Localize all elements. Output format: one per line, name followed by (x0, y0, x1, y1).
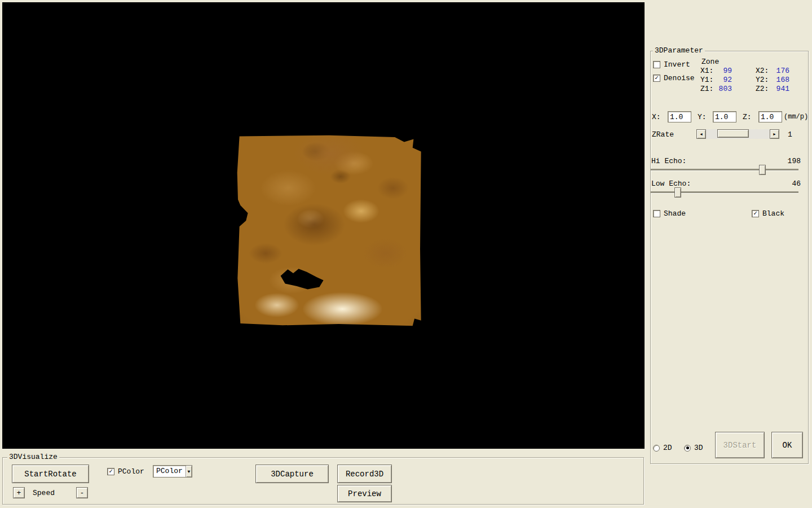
start-3d-button[interactable]: 3DStart (715, 432, 765, 458)
zrate-label: ZRate (652, 130, 674, 139)
black-checkbox-box[interactable]: ✓ (752, 210, 759, 217)
scroll-left-icon[interactable]: ◄ (696, 129, 706, 139)
zone-x2-label: X2: (756, 67, 769, 75)
render-viewport[interactable] (2, 2, 645, 449)
parameter-panel: 3DParameter Invert ✓ Denoise Zone X1: 99… (648, 0, 812, 508)
low-echo-value: 46 (775, 179, 801, 188)
speed-plus-button[interactable]: + (13, 487, 25, 498)
dropdown-arrow-icon[interactable]: ▼ (186, 466, 192, 477)
zone-title: Zone (701, 58, 719, 66)
radio-2d-circle[interactable] (653, 445, 660, 452)
start-rotate-button[interactable]: StartRotate (12, 465, 89, 483)
check-icon: ✓ (655, 75, 659, 81)
zone-y1-value: 92 (712, 76, 732, 84)
pcolor-checkbox-box[interactable]: ✓ (107, 468, 114, 475)
zone-x1-value: 99 (712, 67, 732, 75)
parameter-group-title: 3DParameter (653, 46, 705, 55)
hi-echo-slider-track[interactable] (651, 169, 798, 170)
pcolor-checkbox-label: PColor (118, 467, 144, 476)
zone-z2-value: 941 (768, 85, 789, 93)
shade-checkbox[interactable]: Shade (653, 209, 686, 218)
dropdown-arrow-glyph: ▼ (188, 469, 191, 474)
scale-y-field[interactable] (713, 111, 736, 122)
radio-2d-label: 2D (663, 444, 672, 452)
check-icon: ✓ (109, 468, 113, 475)
hi-echo-value: 198 (775, 157, 801, 165)
scale-x-field[interactable] (668, 111, 691, 122)
scale-x-label: X: (652, 113, 661, 121)
low-echo-slider-thumb[interactable] (674, 187, 681, 198)
pcolor-checkbox[interactable]: ✓ PColor (107, 467, 144, 476)
shade-checkbox-box[interactable] (653, 210, 660, 217)
radio-3d-label: 3D (694, 444, 703, 452)
invert-checkbox-box[interactable] (653, 61, 660, 68)
zone-z1-value: 803 (712, 85, 732, 93)
render-dark-cavity (280, 264, 325, 290)
capture-3d-button[interactable]: 3DCapture (255, 465, 329, 483)
denoise-checkbox-label: Denoise (664, 74, 695, 82)
radio-dot (686, 446, 689, 449)
pcolor-dropdown-value: PColor (153, 466, 186, 477)
zone-y2-label: Y2: (756, 76, 769, 84)
scroll-right-glyph: ► (773, 132, 776, 136)
zrate-scrollbar-track[interactable] (706, 129, 770, 139)
scale-y-label: Y: (698, 113, 707, 121)
radio-3d[interactable]: 3D (684, 444, 703, 452)
visualize-group-title: 3DVisualize (7, 453, 59, 461)
radio-2d[interactable]: 2D (653, 444, 672, 452)
zrate-value: 1 (788, 130, 792, 139)
check-icon: ✓ (753, 211, 757, 217)
radio-3d-circle[interactable] (684, 445, 691, 452)
invert-checkbox-label: Invert (664, 60, 690, 69)
ultrasound-3d-render (236, 134, 423, 326)
scroll-left-glyph: ◄ (699, 132, 703, 136)
denoise-checkbox[interactable]: ✓ Denoise (653, 74, 695, 82)
speed-minus-button[interactable]: - (76, 487, 88, 498)
zone-y2-value: 168 (768, 76, 789, 84)
low-echo-slider-track[interactable] (651, 191, 798, 193)
zrate-scrollbar-thumb[interactable] (717, 129, 749, 138)
scroll-right-icon[interactable]: ► (770, 129, 779, 139)
scale-unit-label: (mm/p) (784, 113, 808, 121)
pcolor-dropdown[interactable]: PColor ▼ (153, 465, 192, 478)
invert-checkbox[interactable]: Invert (653, 60, 690, 69)
black-checkbox-label: Black (762, 209, 784, 218)
scale-z-field[interactable] (758, 111, 782, 122)
ok-button[interactable]: OK (771, 432, 803, 458)
zone-x2-value: 176 (768, 67, 789, 75)
speed-label: Speed (33, 489, 55, 497)
low-echo-label: Low Echo: (651, 179, 691, 188)
scale-z-label: Z: (743, 113, 752, 121)
shade-checkbox-label: Shade (664, 209, 686, 218)
black-checkbox[interactable]: ✓ Black (752, 209, 784, 218)
hi-echo-slider-thumb[interactable] (759, 165, 766, 175)
hi-echo-label: Hi Echo: (651, 157, 686, 165)
zrate-scrollbar[interactable]: ◄ ► (696, 129, 779, 139)
record-3d-button[interactable]: Record3D (337, 465, 392, 483)
zone-z2-label: Z2: (756, 85, 769, 93)
preview-button[interactable]: Preview (337, 485, 392, 502)
visualize-groupbox: 3DVisualize StartRotate ✓ PColor PColor … (2, 457, 644, 505)
denoise-checkbox-box[interactable]: ✓ (653, 75, 660, 82)
